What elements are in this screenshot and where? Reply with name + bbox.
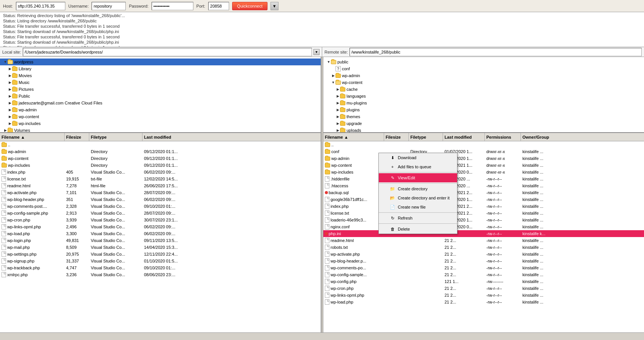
tree-item-public[interactable]: ▶ Public — [0, 93, 321, 100]
local-col-filetype[interactable]: Filetype — [89, 133, 142, 141]
remote-tree-toggle-themes[interactable]: ▶ — [335, 114, 340, 119]
context-menu-download[interactable]: ⬇ Download — [379, 153, 457, 162]
local-file-row-dotdot[interactable]: .. — [0, 141, 321, 148]
tree-toggle-creative[interactable]: ▶ — [8, 101, 12, 105]
remote-col-filesize[interactable]: Filesize — [384, 133, 409, 141]
tree-toggle-wp-content[interactable]: ▶ — [8, 114, 12, 119]
remote-tree-item-public[interactable]: ▼ public — [323, 59, 644, 65]
remote-file-row-hiddenfile[interactable]: .hiddenfile 0 File 26/08/2020 ... -rw-r-… — [323, 176, 644, 182]
local-file-row-wp-trackback[interactable]: wp-trackback.php 4,747 Visual Studio Co.… — [0, 264, 321, 271]
local-col-modified[interactable]: Last modified — [142, 133, 321, 141]
local-file-row-wp-cron[interactable]: wp-cron.php 3,939 Visual Studio Co... 30… — [0, 217, 321, 223]
context-menu-refresh[interactable]: ↻ Refresh — [379, 213, 457, 223]
host-input[interactable] — [16, 2, 65, 10]
local-file-row-wp-content[interactable]: wp-content Directory 09/12/2020 01:1... — [0, 155, 321, 162]
remote-file-row-conf[interactable]: conf Directory 01/07/2020 1... drwxr-xr-… — [323, 148, 644, 155]
tree-toggle-music[interactable]: ▶ — [8, 80, 12, 85]
tree-item-pictures[interactable]: ▶ Pictures — [0, 86, 321, 93]
remote-file-row-index[interactable]: index.php 405 Visual Stu... 12/01/2021 2… — [323, 203, 644, 210]
password-input[interactable] — [152, 2, 193, 10]
local-file-row-wp-config-sample[interactable]: wp-config-sample.php 2,913 Visual Studio… — [0, 210, 321, 217]
local-tree[interactable]: ▼ wordpress ▶ Library ▶ Movies ▶ Music — [0, 57, 321, 133]
remote-col-permissions[interactable]: Permissions — [485, 133, 521, 141]
local-file-list[interactable]: .. wp-admin Directory 09/12/2020 01:1...… — [0, 141, 321, 332]
tree-toggle-library[interactable]: ▶ — [8, 66, 12, 71]
context-menu-create-new-file[interactable]: 📄 Create new file — [379, 202, 457, 212]
remote-file-row-wp-config-sample[interactable]: wp-config-sample... 21 2... -rw-r--r-- k… — [323, 271, 644, 278]
context-menu-delete[interactable]: 🗑 Delete — [379, 225, 457, 234]
remote-tree-item-mu-plugins[interactable]: ▶ mu-plugins — [323, 100, 644, 106]
remote-file-row-license[interactable]: license.txt 19,915 txt-file 12/01/2021 2… — [323, 210, 644, 217]
local-file-row-wp-load[interactable]: wp-load.php 3,300 Visual Studio Co... 06… — [0, 230, 321, 237]
tree-toggle-movies[interactable]: ▶ — [8, 73, 12, 78]
remote-tree-toggle-cache[interactable]: ▶ — [335, 87, 340, 92]
port-input[interactable] — [208, 2, 229, 10]
tree-item-library[interactable]: ▶ Library — [0, 65, 321, 72]
local-file-row-index[interactable]: index.php 405 Visual Studio Co... 06/02/… — [0, 169, 321, 176]
tree-toggle-pictures[interactable]: ▶ — [8, 87, 12, 92]
local-file-row-license[interactable]: license.txt 19,915 txt-file 12/02/2020 1… — [0, 176, 321, 182]
remote-tree-toggle-mu-plugins[interactable]: ▶ — [335, 101, 340, 105]
remote-file-row-phpini[interactable]: php.ini -rw-r--r-- kinstalife k... — [323, 230, 644, 237]
remote-tree-toggle-wp-content[interactable]: ▼ — [331, 80, 335, 85]
local-file-row-xmlrpc[interactable]: xmlrpc.php 3,236 Visual Studio Co... 08/… — [0, 271, 321, 278]
tree-toggle-wordpress[interactable]: ▼ — [3, 60, 8, 64]
remote-tree-toggle-uploads[interactable]: ▶ — [335, 128, 340, 133]
tree-item-wordpress[interactable]: ▼ wordpress — [0, 59, 321, 65]
remote-file-row-htaccess[interactable]: .htaccess 0 File 26/08/2020 ... -rw-r--r… — [323, 182, 644, 189]
remote-file-row-nginx[interactable]: nginx.conf 0 conf-file 31/12/2020 0... -… — [323, 223, 644, 230]
remote-file-row-robots[interactable]: robots.txt 21 2... -rw-r--r-- kinstalife… — [323, 244, 644, 251]
local-file-row-wp-includes[interactable]: wp-includes Directory 09/12/2020 01:1... — [0, 162, 321, 169]
local-file-row-wp-admin[interactable]: wp-admin Directory 09/12/2020 01:1... — [0, 148, 321, 155]
context-menu-add-to-queue[interactable]: + Add files to queue — [379, 162, 457, 171]
remote-file-row-wp-links[interactable]: wp-links-opml.php 21 2... -rw-r--r-- kin… — [323, 292, 644, 299]
remote-file-row-readme[interactable]: readme.html 21 2... -rw-r--r-- kinstalif… — [323, 237, 644, 244]
remote-file-row-wp-config[interactable]: wp-config.php 121 1... -rw-------- kinst… — [323, 278, 644, 285]
tree-toggle-wp-includes[interactable]: ▶ — [8, 121, 12, 126]
username-input[interactable] — [92, 2, 126, 10]
local-file-row-wp-mail[interactable]: wp-mail.php 8,509 Visual Studio Co... 14… — [0, 244, 321, 251]
local-file-row-wp-login[interactable]: wp-login.php 49,831 Visual Studio Co... … — [0, 237, 321, 244]
remote-file-row-wp-cron[interactable]: wp-cron.php 21 2... -rw-r--r-- kinstalif… — [323, 285, 644, 292]
tree-toggle-volumes[interactable]: ▶ — [3, 128, 8, 133]
remote-tree-toggle-wp-admin[interactable]: ▶ — [331, 73, 335, 78]
remote-file-row-wp-load[interactable]: wp-load.php 21 2... -rw-r--r-- kinstalif… — [323, 299, 644, 305]
local-col-filesize[interactable]: Filesize — [65, 133, 89, 141]
remote-tree-toggle-languages[interactable]: ▶ — [335, 94, 340, 98]
local-file-row-readme[interactable]: readme.html 7,278 html-file 26/06/2020 1… — [0, 182, 321, 189]
context-menu-create-directory-enter[interactable]: 📂 Create directory and enter it — [379, 193, 457, 202]
remote-file-row-wp-comments[interactable]: wp-comments-po... 21 2... -rw-r--r-- kin… — [323, 264, 644, 271]
remote-col-modified[interactable]: Last modified — [443, 133, 485, 141]
local-file-row-wp-blog-header[interactable]: wp-blog-header.php 351 Visual Studio Co.… — [0, 196, 321, 203]
local-path-dropdown[interactable]: ▼ — [313, 49, 320, 55]
local-file-row-wp-settings[interactable]: wp-settings.php 20,975 Visual Studio Co.… — [0, 251, 321, 258]
remote-col-filename[interactable]: Filename ▲ — [323, 133, 384, 141]
remote-file-row-wp-admin[interactable]: wp-admin Directory 01/07/2020 1... drwxr… — [323, 155, 644, 162]
remote-file-row-wp-includes[interactable]: wp-includes Directory 31/12/2020 0... dr… — [323, 169, 644, 176]
remote-tree-item-conf[interactable]: ▶ ? conf — [323, 65, 644, 72]
remote-tree-item-languages[interactable]: ▶ languages — [323, 93, 644, 100]
remote-tree-item-upgrade[interactable]: ▶ upgrade — [323, 120, 644, 127]
tree-item-movies[interactable]: ▶ Movies — [0, 72, 321, 79]
remote-col-owner[interactable]: Owner/Group — [521, 133, 644, 141]
remote-tree-toggle-upgrade[interactable]: ▶ — [335, 121, 340, 126]
local-file-row-wp-activate[interactable]: wp-activate.php 7,101 Visual Studio Co..… — [0, 189, 321, 196]
context-menu-create-directory[interactable]: 📁 Create directory — [379, 184, 457, 193]
tree-item-wp-includes[interactable]: ▶ wp-includes — [0, 120, 321, 127]
tree-item-volumes[interactable]: ▶ Volumes — [0, 127, 321, 133]
remote-tree-item-plugins[interactable]: ▶ plugins — [323, 106, 644, 113]
local-path-input[interactable] — [23, 48, 312, 56]
local-file-row-wp-links[interactable]: wp-links-opml.php 2,496 Visual Studio Co… — [0, 223, 321, 230]
tree-toggle-wp-admin[interactable]: ▶ — [8, 108, 12, 112]
remote-tree-toggle-plugins[interactable]: ▶ — [335, 108, 340, 112]
remote-file-row-wp-activate[interactable]: wp-activate.php 21 2... -rw-r--r-- kinst… — [323, 251, 644, 258]
remote-tree-item-wp-content[interactable]: ▼ wp-content — [323, 79, 644, 86]
tree-item-creative[interactable]: ▶ jadesuzarte@gmail.com Creative Cloud F… — [0, 100, 321, 106]
tree-item-wp-admin[interactable]: ▶ wp-admin — [0, 106, 321, 113]
remote-tree-item-wp-admin[interactable]: ▶ wp-admin — [323, 72, 644, 79]
tree-toggle-public[interactable]: ▶ — [8, 94, 12, 98]
remote-file-row-google[interactable]: google36b71dff1c... 54 html-file 01/07/2… — [323, 196, 644, 203]
tree-item-wp-content[interactable]: ▶ wp-content — [0, 113, 321, 120]
remote-tree-item-cache[interactable]: ▶ cache — [323, 86, 644, 93]
remote-tree-item-themes[interactable]: ▶ themes — [323, 113, 644, 120]
